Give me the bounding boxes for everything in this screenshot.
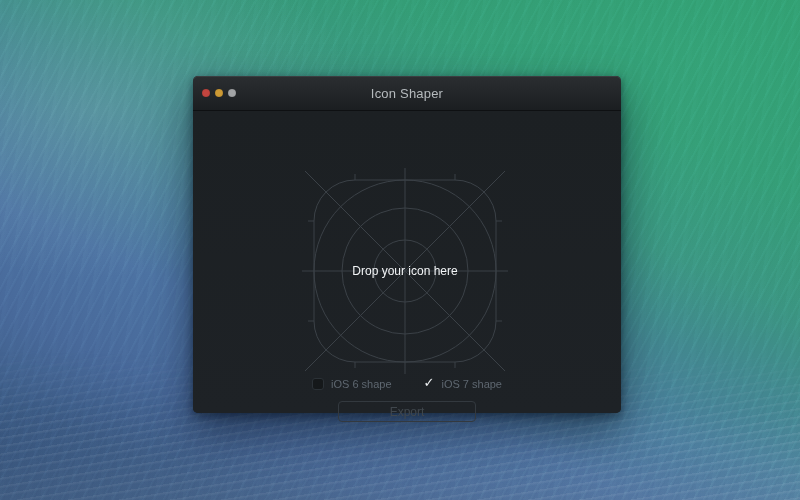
traffic-lights — [202, 76, 236, 110]
app-window: Icon Shaper — [193, 76, 621, 413]
ios6-shape-checkbox[interactable]: iOS 6 shape — [312, 378, 392, 390]
export-button-label: Export — [390, 405, 425, 419]
close-button[interactable] — [202, 89, 210, 97]
ios7-shape-label: iOS 7 shape — [441, 378, 502, 390]
shape-options-row: iOS 6 shape ✓ iOS 7 shape — [193, 375, 621, 393]
minimize-button[interactable] — [215, 89, 223, 97]
window-title: Icon Shaper — [371, 86, 443, 101]
ios7-shape-checkbox[interactable]: ✓ iOS 7 shape — [424, 378, 502, 390]
window-content: Drop your icon here iOS 6 shape ✓ iOS 7 … — [193, 111, 621, 413]
zoom-button[interactable] — [228, 89, 236, 97]
ios6-shape-label: iOS 6 shape — [331, 378, 392, 390]
drop-zone[interactable]: Drop your icon here — [295, 161, 515, 381]
checkmark-icon: ✓ — [424, 377, 435, 389]
drop-zone-label: Drop your icon here — [352, 264, 457, 278]
checkbox-unchecked-icon — [312, 378, 324, 390]
export-button[interactable]: Export — [338, 401, 476, 422]
window-titlebar[interactable]: Icon Shaper — [193, 76, 621, 111]
